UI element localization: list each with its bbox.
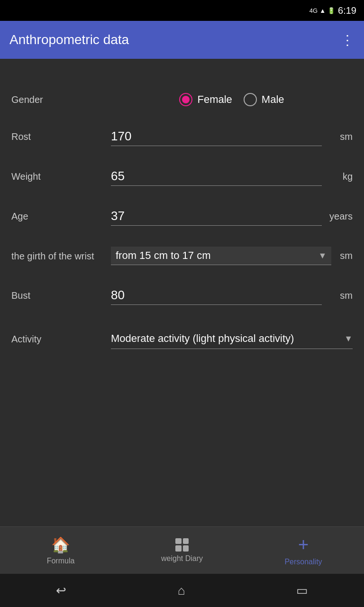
bottom-navigation: 🏠 Formula weight Diary + Personality [0, 526, 364, 574]
activity-row: Activity Moderate activity (light physic… [11, 315, 353, 363]
age-input[interactable] [111, 207, 322, 226]
rost-input-wrap: sm [111, 127, 353, 146]
activity-label: Activity [11, 333, 111, 345]
weight-row: Weight kg [11, 156, 353, 196]
weight-label: Weight [11, 170, 111, 183]
girth-wrist-value: from 15 cm to 17 cm [116, 249, 315, 262]
female-radio-circle[interactable] [179, 93, 192, 106]
clock: 6:19 [338, 5, 356, 16]
nav-item-formula[interactable]: 🏠 Formula [0, 536, 121, 565]
bust-unit: sm [327, 290, 353, 301]
rost-label: Rost [11, 130, 111, 143]
weight-input[interactable] [111, 167, 322, 186]
nav-item-personality[interactable]: + Personality [243, 534, 364, 566]
bust-row: Bust sm [11, 276, 353, 315]
weight-diary-nav-label: weight Diary [161, 554, 203, 563]
girth-wrist-dropdown[interactable]: from 15 cm to 17 cm ▼ [111, 247, 331, 265]
formula-nav-label: Formula [47, 557, 75, 565]
app-bar: Anthropometric data ⋮ [0, 21, 364, 59]
network-indicator: 4G [309, 7, 318, 14]
girth-wrist-input-wrap: from 15 cm to 17 cm ▼ sm [111, 247, 353, 265]
weight-unit: kg [327, 171, 353, 182]
age-row: Age years [11, 196, 353, 236]
bust-input-wrap: sm [111, 286, 353, 305]
activity-dropdown[interactable]: Moderate activity (light physical activi… [111, 329, 353, 349]
home-button[interactable]: ⌂ [178, 583, 185, 598]
male-radio-circle[interactable] [244, 93, 257, 106]
age-input-wrap: years [111, 207, 353, 226]
girth-wrist-unit: sm [340, 250, 353, 261]
female-radio[interactable]: Female [179, 93, 232, 106]
weight-input-wrap: kg [111, 167, 353, 186]
app-title: Anthropometric data [9, 32, 129, 47]
bust-input[interactable] [111, 286, 322, 305]
rost-input[interactable] [111, 127, 322, 146]
recents-button[interactable]: ▭ [296, 583, 308, 598]
rost-unit: sm [327, 131, 353, 142]
overflow-menu-button[interactable]: ⋮ [341, 32, 355, 48]
male-label: Male [262, 93, 284, 106]
personality-plus-icon: + [298, 534, 309, 555]
signal-bars: ▲ [319, 7, 326, 14]
girth-wrist-row: the girth of the wrist from 15 cm to 17 … [11, 236, 353, 276]
nav-item-weight-diary[interactable]: weight Diary [121, 538, 243, 563]
battery-icon: 🔋 [328, 7, 335, 14]
age-unit: years [327, 211, 353, 222]
form-content: Gender Female Male Rost sm Weight kg Age [0, 59, 364, 526]
formula-home-icon: 🏠 [51, 536, 70, 554]
status-icons: 4G ▲ 🔋 [309, 7, 335, 14]
gender-row: Gender Female Male [11, 83, 353, 117]
activity-arrow-icon: ▼ [344, 334, 353, 344]
female-label: Female [197, 93, 232, 106]
gender-options: Female Male [111, 93, 353, 106]
girth-wrist-arrow-icon: ▼ [318, 251, 327, 261]
personality-nav-label: Personality [284, 558, 322, 566]
bust-label: Bust [11, 289, 111, 302]
gender-label: Gender [11, 94, 111, 105]
male-radio[interactable]: Male [244, 93, 284, 106]
back-button[interactable]: ↩ [56, 583, 66, 598]
age-label: Age [11, 210, 111, 222]
weight-diary-grid-icon [175, 538, 189, 552]
status-bar: 4G ▲ 🔋 6:19 [0, 0, 364, 21]
activity-value: Moderate activity (light physical activi… [111, 332, 340, 346]
android-nav-bar: ↩ ⌂ ▭ [0, 574, 364, 607]
girth-wrist-label: the girth of the wrist [11, 250, 111, 262]
rost-row: Rost sm [11, 117, 353, 156]
